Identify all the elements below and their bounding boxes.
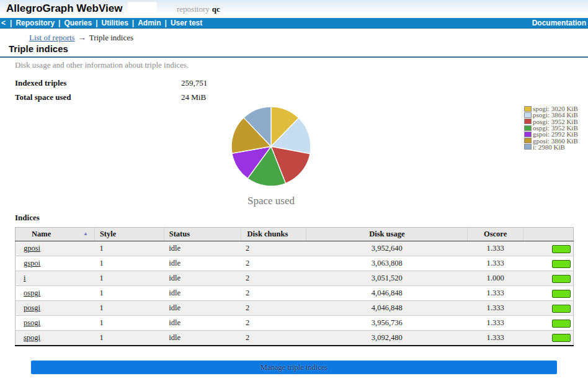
cell-status: idle	[164, 256, 241, 271]
index-link-spogi[interactable]: spogi	[24, 333, 40, 342]
cell-usage: 4,046,848	[306, 286, 468, 301]
index-link-ospgi[interactable]: ospgi	[24, 289, 40, 297]
cell-chunks: 2	[241, 286, 306, 301]
app-title: AllegroGraph WebView	[6, 2, 122, 15]
cell-chunks: 2	[241, 256, 306, 271]
legend-swatch	[524, 112, 532, 118]
cell-oscore: 1.333	[468, 256, 523, 271]
cell-indicator	[523, 256, 574, 271]
cell-status: idle	[164, 271, 241, 286]
nav-item-documentation[interactable]: Documentation	[532, 18, 586, 28]
manage-triple-indices-button[interactable]: Manage triple indices	[31, 361, 557, 374]
index-link-posgi[interactable]: posgi	[24, 303, 40, 312]
health-indicator	[552, 334, 571, 342]
cell-name: i	[16, 271, 95, 286]
column-header-label: Disk usage	[369, 230, 404, 238]
cell-usage: 3,063,808	[306, 256, 468, 271]
nav-item-utilities[interactable]: Utilities	[101, 19, 128, 27]
cell-style: 1	[94, 241, 164, 256]
nav-item-queries[interactable]: Queries	[64, 19, 92, 27]
cell-status: idle	[164, 241, 241, 256]
table-header-row: Name▲StyleStatusDisk chunksDisk usageOsc…	[16, 228, 574, 241]
cell-style: 1	[94, 286, 164, 301]
cell-name: spogi	[16, 331, 95, 346]
column-header-action[interactable]	[523, 228, 574, 241]
index-link-psogi[interactable]: psogi	[24, 318, 40, 327]
back-chevron-icon[interactable]: <	[1, 19, 6, 27]
breadcrumb-list-of-reports[interactable]: List of reports	[29, 33, 75, 42]
legend-swatch	[524, 132, 532, 137]
cell-chunks: 2	[241, 331, 306, 346]
main-nav-bar: <|Repository|Queries|Utilities|Admin|Use…	[0, 18, 588, 29]
legend-label: psogi: 3864 KiB	[533, 112, 578, 118]
cell-oscore: 1.333	[468, 316, 523, 331]
cell-chunks: 2	[241, 271, 306, 286]
cell-status: idle	[164, 316, 241, 331]
pie-svg	[229, 105, 313, 188]
cell-style: 1	[94, 256, 164, 271]
stat-row: Indexed triples259,751	[15, 78, 207, 92]
index-link-gposi[interactable]: gposi	[24, 244, 40, 253]
cell-name: gposi	[16, 241, 95, 256]
cell-indicator	[523, 271, 574, 286]
column-header-label: Name	[32, 230, 51, 238]
cell-usage: 3,092,480	[306, 331, 468, 346]
breadcrumb: List of reports→Triple indices	[29, 33, 133, 43]
legend-label: i: 2980 KiB	[533, 144, 565, 150]
legend-swatch	[524, 144, 532, 150]
cell-name: ospgi	[16, 286, 95, 301]
cell-name: psogi	[16, 316, 95, 331]
stat-value: 259,751	[181, 78, 207, 87]
column-header-label: Disk chunks	[247, 230, 288, 238]
cell-oscore: 1.333	[468, 286, 523, 301]
nav-item-admin[interactable]: Admin	[138, 19, 161, 27]
nav-items: |Repository|Queries|Utilities|Admin|User…	[6, 19, 202, 27]
repository-indicator: repositoryqc	[177, 4, 220, 14]
nav-separator: |	[96, 19, 97, 27]
cell-oscore: 1.333	[468, 241, 523, 256]
index-link-gspoi[interactable]: gspoi	[24, 259, 40, 267]
table-row: psogi1idle23,956,7361.333	[16, 316, 574, 331]
index-link-i[interactable]: i	[24, 274, 25, 282]
cell-indicator	[523, 241, 574, 256]
table-row: gspoi1idle23,063,8081.333	[16, 256, 574, 271]
cell-name: gspoi	[16, 256, 95, 271]
indices-table: Name▲StyleStatusDisk chunksDisk usageOsc…	[15, 227, 574, 346]
column-header-disk-usage[interactable]: Disk usage	[306, 228, 468, 241]
column-header-name[interactable]: Name▲	[16, 228, 95, 241]
app-header: AllegroGraph WebView repositoryqc	[0, 0, 588, 18]
column-header-status[interactable]: Status	[164, 228, 241, 241]
column-header-label: Style	[100, 230, 116, 238]
legend-item-i: i: 2980 KiB	[524, 144, 578, 150]
nav-separator: |	[132, 19, 134, 27]
nav-left: <|Repository|Queries|Utilities|Admin|Use…	[1, 18, 202, 28]
column-header-style[interactable]: Style	[94, 228, 164, 241]
health-indicator	[552, 320, 571, 328]
legend-swatch	[524, 125, 532, 131]
header-highlight	[128, 2, 157, 12]
cell-oscore: 1.333	[468, 331, 523, 346]
stat-label: Total space used	[15, 92, 181, 102]
legend-swatch	[524, 106, 532, 112]
breadcrumb-arrow-icon: →	[78, 33, 86, 42]
cell-oscore: 1.000	[468, 271, 523, 286]
cell-status: idle	[164, 286, 241, 301]
cell-status: idle	[164, 301, 241, 316]
nav-separator: |	[165, 19, 167, 27]
health-indicator	[552, 260, 571, 268]
cell-indicator	[523, 331, 574, 346]
cell-indicator	[523, 286, 574, 301]
repository-label: repository	[177, 4, 210, 14]
cell-style: 1	[94, 331, 164, 346]
nav-item-user-test[interactable]: User test	[171, 19, 202, 27]
legend-swatch	[524, 138, 532, 143]
nav-item-repository[interactable]: Repository	[16, 19, 55, 27]
table-row: spogi1idle23,092,4801.333	[16, 331, 574, 346]
column-header-label: Oscore	[484, 230, 507, 238]
legend-item-gspoi: gspoi: 2992 KiB	[524, 131, 578, 137]
health-indicator	[552, 290, 571, 298]
column-header-oscore[interactable]: Oscore	[468, 228, 523, 241]
table-row: gposi1idle23,952,6401.333	[16, 241, 574, 256]
cell-style: 1	[94, 271, 164, 286]
column-header-disk-chunks[interactable]: Disk chunks	[241, 228, 306, 241]
